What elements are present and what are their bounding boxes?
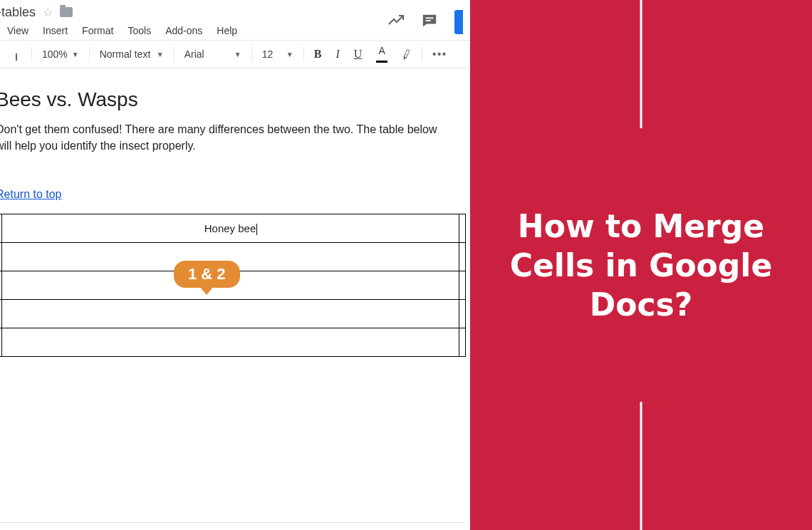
table-cell[interactable] [2, 328, 459, 357]
overlay-title: How to Merge Cells in Google Docs? [491, 207, 791, 324]
return-to-top-link[interactable]: Return to top [0, 188, 62, 201]
table-row: Honey bee [0, 214, 466, 243]
activity-icon[interactable] [387, 12, 405, 32]
share-button[interactable] [454, 10, 463, 34]
svg-rect-0 [426, 17, 434, 19]
divider-line [640, 402, 642, 530]
doc-title[interactable]: -tables [0, 5, 36, 20]
separator [251, 46, 252, 62]
menu-view[interactable]: View [0, 22, 36, 39]
fontsize-select[interactable]: 12▼ [255, 45, 301, 63]
separator [174, 46, 175, 62]
page-boundary [0, 522, 465, 523]
menu-help[interactable]: Help [209, 22, 244, 39]
italic-button[interactable]: I [328, 44, 346, 64]
text-cursor [256, 224, 257, 235]
step-callout: 1 & 2 [174, 261, 240, 288]
star-icon[interactable]: ☆ [43, 6, 53, 19]
document-page[interactable]: Bees vs. Wasps Don't get them confused! … [0, 68, 470, 357]
bold-button[interactable]: B [307, 44, 329, 64]
folder-icon[interactable] [60, 7, 73, 17]
table-cell[interactable] [459, 243, 466, 271]
zoom-select[interactable]: 100%▼ [35, 45, 86, 63]
menu-addons[interactable]: Add-ons [158, 22, 209, 39]
separator [303, 46, 304, 62]
toolbar: 100%▼ Normal text▼ Arial▼ 12▼ B I U A 🖊 … [0, 40, 470, 68]
menu-format[interactable]: Format [75, 22, 120, 39]
font-select[interactable]: Arial▼ [177, 45, 249, 63]
menu-tools[interactable]: Tools [120, 22, 158, 39]
comment-icon[interactable] [422, 13, 437, 31]
table-cell[interactable] [459, 271, 466, 300]
table-row [0, 328, 466, 357]
overlay-panel: How to Merge Cells in Google Docs? [470, 0, 812, 530]
separator [31, 46, 32, 62]
separator [89, 46, 90, 62]
table-cell[interactable]: Honey bee [2, 214, 459, 243]
paint-format-button[interactable] [0, 44, 28, 64]
menu-insert[interactable]: Insert [36, 22, 75, 39]
paragraph[interactable]: Don't get them confused! There are many … [0, 121, 470, 154]
text-color-button[interactable]: A [369, 42, 395, 66]
highlight-button[interactable]: 🖊 [395, 45, 419, 63]
underline-button[interactable]: U [347, 44, 370, 64]
style-select[interactable]: Normal text▼ [93, 45, 171, 63]
table-row [0, 300, 466, 328]
more-button[interactable]: ••• [425, 45, 454, 63]
table-cell[interactable] [459, 214, 466, 243]
heading[interactable]: Bees vs. Wasps [0, 81, 470, 121]
separator [422, 46, 422, 62]
table-cell[interactable] [459, 328, 466, 357]
svg-rect-1 [426, 20, 431, 21]
table-cell[interactable] [2, 300, 459, 328]
divider-line [640, 0, 642, 128]
table-cell[interactable] [459, 300, 466, 328]
